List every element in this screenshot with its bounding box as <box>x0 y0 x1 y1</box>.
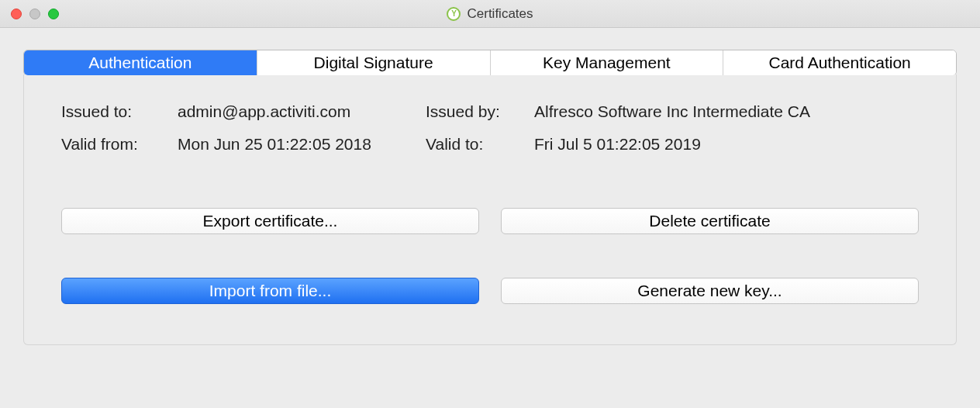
tab-label: Key Management <box>543 54 671 71</box>
issued-by-value: Alfresco Software Inc Intermediate CA <box>534 102 919 121</box>
window-title-group: Y Certificates <box>0 6 980 22</box>
button-label: Delete certificate <box>649 212 770 230</box>
tab-panel-authentication: Issued to: admin@app.activiti.com Issued… <box>23 74 957 345</box>
tab-label: Authentication <box>88 54 192 71</box>
tab-authentication[interactable]: Authentication <box>24 50 257 75</box>
tab-label: Digital Signature <box>314 54 433 71</box>
valid-from-value: Mon Jun 25 01:22:05 2018 <box>178 135 418 154</box>
issued-by-label: Issued by: <box>426 102 526 121</box>
generate-new-key-button[interactable]: Generate new key... <box>501 278 919 304</box>
close-icon[interactable] <box>11 9 22 19</box>
issued-to-value: admin@app.activiti.com <box>178 102 418 121</box>
tab-digital-signature[interactable]: Digital Signature <box>257 50 491 75</box>
button-label: Import from file... <box>209 282 332 299</box>
tab-key-management[interactable]: Key Management <box>491 50 724 75</box>
valid-to-value: Fri Jul 5 01:22:05 2019 <box>534 135 919 154</box>
minimize-icon[interactable] <box>29 9 40 19</box>
import-from-file-button[interactable]: Import from file... <box>61 278 479 304</box>
zoom-icon[interactable] <box>48 9 59 19</box>
yubikey-icon: Y <box>447 7 461 21</box>
valid-from-label: Valid from: <box>61 135 170 154</box>
tab-card-authentication[interactable]: Card Authentication <box>723 50 956 75</box>
button-label: Generate new key... <box>637 282 782 299</box>
certificate-actions: Export certificate... Delete certificate… <box>61 208 919 304</box>
window-title: Certificates <box>467 6 533 22</box>
button-label: Export certificate... <box>203 212 338 230</box>
valid-to-label: Valid to: <box>426 135 526 154</box>
traffic-lights <box>0 9 59 19</box>
titlebar: Y Certificates <box>0 0 980 28</box>
certificate-tabview: Authentication Digital Signature Key Man… <box>23 50 957 345</box>
delete-certificate-button[interactable]: Delete certificate <box>501 208 919 234</box>
tab-label: Card Authentication <box>768 54 910 71</box>
certificates-window: Y Certificates Authentication Digital Si… <box>0 0 980 408</box>
certificate-info: Issued to: admin@app.activiti.com Issued… <box>61 102 919 154</box>
issued-to-label: Issued to: <box>61 102 170 121</box>
tabbar: Authentication Digital Signature Key Man… <box>23 50 957 76</box>
export-certificate-button[interactable]: Export certificate... <box>61 208 479 234</box>
